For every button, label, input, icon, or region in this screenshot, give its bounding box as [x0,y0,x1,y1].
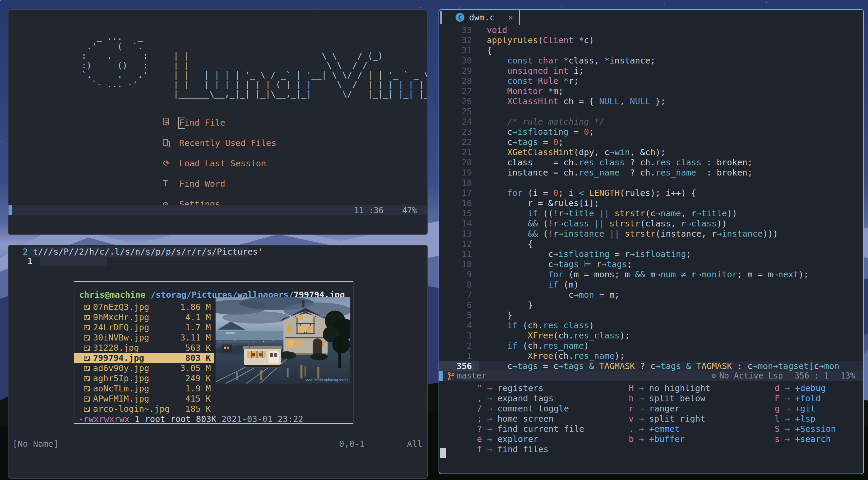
binding-description: +search [795,434,831,444]
which-key-binding-comment-toggle: / → comment toggle [477,404,584,414]
line-number: 31 [439,45,479,56]
code-line: 29 unsigned int i; [439,66,863,76]
code-line: 11 c→isfloating = r→isfloating; [439,249,863,259]
star [561,6,562,7]
code-line: 20 class = ch.res_class ? ch.res_class :… [439,158,863,168]
which-key-column: H → no highlighth → split belowr → range… [629,383,710,444]
binding-key: ; [477,414,482,424]
cable-car [243,343,282,368]
menu-item-recently-used-files[interactable]: Recently Used Files [163,133,276,153]
arrow-icon: → [634,383,649,393]
image-file-icon [84,396,90,402]
file-name: APwFMIM.jpg [93,394,173,404]
code-line: 15 if ((!r→title || strstr(c→name, r→tit… [439,208,863,219]
binding-key: g [775,404,780,413]
code-area[interactable]: 33void32applyrules(Client *c)31{30 const… [439,25,863,371]
line-number: 32 [439,35,479,45]
line-number: 30 [439,56,479,66]
tab-dwm-c[interactable]: C dwm.c ✕ [449,10,520,25]
which-key-binding--git: g → +git [775,404,836,414]
scratch-statusline: [No Name] 0,0-1 All [8,439,427,449]
file-row-31228.jpg[interactable]: 31228.jpg563 K [74,343,214,353]
line-text: const char *class, *instance; [487,56,863,66]
code-line: 19 instance = ch.res_name ? ch.res_name … [439,168,863,178]
line-number: 17 [439,188,479,198]
image-file-icon [84,315,90,320]
binding-description: home screen [497,414,554,424]
line-number: 24 [439,117,479,127]
arrow-icon: → [482,424,497,434]
line-text: } [487,310,863,320]
line-number: 8 [439,280,479,290]
file-row-ad6v90y.jpg[interactable]: ad6v90y.jpg3.05 M [74,363,214,373]
file-name: aoNcTLm.jpg [93,384,173,394]
arrow-icon: → [482,393,497,403]
code-line: 3 XFree(ch.res_class); [439,331,863,341]
code-line: 9 for (m = mons; m && m→num ≠ r→monitor;… [439,270,863,280]
line-number: 15 [439,208,479,219]
git-branch-name: master [457,371,486,381]
menu-item-find-file[interactable]: Find File [163,112,276,133]
binding-key: F [775,393,780,403]
menu-item-find-word[interactable]: TFind Word [163,173,276,194]
file-row-07nEzQ3.jpg[interactable]: 07nEzQ3.jpg1.86 M [74,302,214,312]
code-line-current: 356 c→tags = c→tags & TAGMASK ? c→tags &… [439,361,863,371]
file-row-aghr5Ip.jpg[interactable]: aghr5Ip.jpg249 K [74,373,214,384]
binding-description: comment toggle [497,404,569,413]
window-scratch-buffer[interactable]: 2t///s/P//2/h/c/.l/s/n/s/p/p/s/r/r/s/Pic… [8,245,428,479]
star [664,4,665,5]
which-key-binding-find-current-file: ? → find current file [477,424,584,434]
line-text: c→isfloating = r→isfloating; [487,249,863,259]
line-number: 29 [439,66,479,76]
line-highlight [40,257,107,266]
which-key-binding-home-screen: ; → home screen [477,414,584,424]
image-file-icon [84,386,90,391]
which-key-binding--session: S → +Session [775,424,836,434]
arrow-icon: → [482,414,497,424]
buffer-line[interactable]: 2t///s/P//2/h/c/.l/s/n/s/p/p/s/r/r/s/Pic… [8,247,427,257]
tab-close-icon[interactable]: ✕ [508,13,513,22]
line-text: for (m = mons; m && m→num ≠ r→monitor; m… [487,270,863,280]
binding-description: find files [497,444,549,454]
line-text: XFree(ch.res_name); [487,351,863,361]
file-row-30iNVBw.jpg[interactable]: 30iNVBw.jpg3.11 M [74,333,214,343]
binding-description: split right [649,414,705,424]
line-text: c→isfloating = 0; [487,127,863,137]
scroll-indicator: All [407,439,422,449]
file-name: 31228.jpg [93,343,173,353]
file-picker-popup[interactable]: chris@machine /storag/Pictures/wallpaper… [74,281,353,424]
file-row-24LrDFQ.jpg[interactable]: 24LrDFQ.jpg1.7 M [74,322,214,333]
which-key-binding--fold: F → +fold [775,393,836,404]
menu-item-load-last-session[interactable]: ⟳Load Last Session [163,153,276,173]
binding-description: explorer [497,434,538,444]
file-owner: 1 root root 803K [130,414,222,424]
line-text: t///s/P//2/h/c/.l/s/n/s/p/p/s/r/r/s/Pict… [33,247,263,257]
which-key-binding--lsp: l → +lsp [775,414,836,424]
file-row-arco-login~.jpg[interactable]: arco-login~.jpg185 K [74,404,214,414]
binding-key: s [775,434,780,444]
line-number: 14 [439,219,479,229]
star [766,2,767,3]
file-row-aoNcTLm.jpg[interactable]: aoNcTLm.jpg1.9 M [74,384,214,394]
file-row-799794.jpg[interactable]: 799794.jpg803 K [74,353,214,363]
arrow-icon: → [482,404,497,413]
image-file-icon [84,305,90,310]
file-row-9hMxcHr.jpg[interactable]: 9hMxcHr.jpg4.1 M [74,312,214,322]
binding-description: registers [497,383,543,393]
binding-description: find current file [497,424,584,434]
window-lunarvim-dashboard[interactable]: _ ... _ .' (_ `. _ __ ___ : . : | | \ \ … [8,9,428,235]
line-number: 27 [439,86,479,96]
line-number: 23 [439,127,479,137]
buffer-line[interactable]: 1 [8,257,427,266]
file-row-APwFMIM.jpg[interactable]: APwFMIM.jpg415 K [74,394,214,404]
code-line: 26 XClassHint ch = { NULL, NULL }; [439,96,863,107]
binding-key: S [775,424,780,434]
picker-file-list[interactable]: 07nEzQ3.jpg1.86 M9hMxcHr.jpg4.1 M24LrDFQ… [74,302,214,414]
picker-user-host: chris@machine [79,290,146,300]
file-name: 9hMxcHr.jpg [93,312,173,322]
line-text: if (m) [487,280,863,290]
file-date: 2021-03-01 23:22 [221,414,303,424]
window-neovim-editor[interactable]: C dwm.c ✕ 33void32applyrules(Client *c)3… [439,9,864,474]
image-file-icon [84,335,90,340]
line-text: XFree(ch.res_class); [487,331,863,341]
